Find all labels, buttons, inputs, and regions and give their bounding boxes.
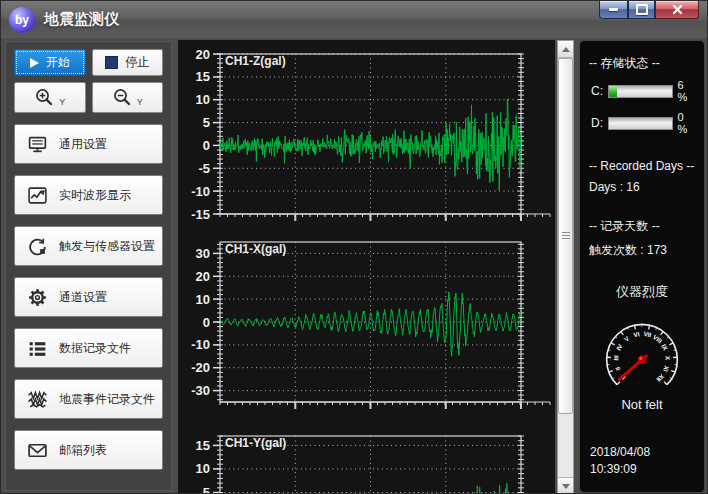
menu-item-label: 通道设置 bbox=[59, 289, 107, 306]
scroll-down-button[interactable] bbox=[558, 477, 573, 494]
svg-text:XI: XI bbox=[662, 365, 671, 373]
list-icon bbox=[26, 337, 48, 359]
datetime: 2018/04/08 10:39:09 bbox=[590, 444, 650, 478]
stop-button[interactable]: 停止 bbox=[92, 49, 164, 76]
svg-text:20: 20 bbox=[196, 47, 210, 62]
menu-item-data-record-files[interactable]: 数据记录文件 bbox=[14, 328, 163, 368]
intensity-gauge: IIIIIIIVVVIVIIVIIIIXXXIXII bbox=[589, 305, 695, 401]
waveform-icon bbox=[26, 184, 48, 206]
svg-text:V: V bbox=[623, 334, 631, 343]
close-icon bbox=[672, 4, 683, 15]
drive-d-label: D: bbox=[591, 116, 603, 130]
menu-item-realtime-waveform[interactable]: 实时波形显示 bbox=[14, 175, 163, 215]
drive-c-label: C: bbox=[591, 84, 603, 98]
menu-item-label: 通用设置 bbox=[59, 136, 107, 153]
drive-d-percent: 0 % bbox=[678, 111, 695, 135]
svg-text:15: 15 bbox=[196, 69, 210, 84]
maximize-icon bbox=[636, 4, 648, 15]
start-button[interactable]: 开始 bbox=[14, 49, 86, 76]
svg-text:X: X bbox=[664, 356, 671, 361]
menu-item-label: 触发与传感器设置 bbox=[59, 238, 155, 255]
svg-text:10: 10 bbox=[196, 92, 210, 107]
seismic-wave-icon bbox=[26, 388, 48, 410]
svg-text:0: 0 bbox=[203, 138, 210, 153]
maximize-button[interactable] bbox=[628, 1, 655, 19]
svg-text:II: II bbox=[614, 366, 622, 372]
trigger-count-value: 触发次数 : 173 bbox=[589, 242, 695, 259]
zoom-in-icon bbox=[34, 87, 55, 108]
menu-item-label: 地震事件记录文件 bbox=[59, 391, 155, 408]
time-value: 10:39:09 bbox=[590, 461, 650, 478]
menu-item-label: 数据记录文件 bbox=[59, 340, 131, 357]
waveform-panel: 20151050-5-10-15CH1-Z(gal) 3020100-10-20… bbox=[178, 40, 555, 494]
zoom-axis-label: Y bbox=[137, 97, 143, 107]
trigger-sensor-icon bbox=[26, 235, 48, 257]
close-button[interactable] bbox=[655, 1, 699, 19]
stop-icon bbox=[105, 56, 118, 69]
menu-item-mailbox-list[interactable]: 邮箱列表 bbox=[14, 430, 163, 470]
svg-text:-10: -10 bbox=[191, 184, 210, 199]
zoom-out-y-button[interactable]: Y bbox=[92, 82, 164, 113]
svg-text:-20: -20 bbox=[191, 360, 210, 375]
stop-button-label: 停止 bbox=[125, 54, 149, 71]
days-value: Days : 16 bbox=[589, 180, 695, 194]
svg-text:IV: IV bbox=[615, 342, 624, 351]
drive-c-percent: 6 % bbox=[678, 79, 695, 103]
arrow-up-icon bbox=[562, 47, 570, 52]
svg-text:VII: VII bbox=[643, 330, 652, 339]
scrollbar-thumb[interactable] bbox=[558, 58, 573, 414]
app-window: by 地震监测仪 开始 停止 bbox=[0, 0, 708, 494]
gauge-title: 仪器烈度 bbox=[589, 283, 695, 301]
menu-item-seismic-event-files[interactable]: 地震事件记录文件 bbox=[14, 379, 163, 419]
svg-text:-5: -5 bbox=[198, 161, 210, 176]
drive-c-usage-fill bbox=[609, 86, 617, 97]
svg-text:-15: -15 bbox=[191, 207, 210, 222]
minimize-icon bbox=[609, 8, 618, 11]
chart-scrollbar[interactable] bbox=[557, 40, 574, 494]
monitor-icon bbox=[26, 133, 48, 155]
svg-text:15: 15 bbox=[196, 438, 210, 453]
svg-text:10: 10 bbox=[196, 461, 210, 476]
svg-text:CH1-Y(gal): CH1-Y(gal) bbox=[225, 436, 286, 450]
title-bar: by 地震监测仪 bbox=[1, 1, 708, 38]
svg-text:30: 30 bbox=[196, 246, 210, 261]
svg-text:CH1-X(gal): CH1-X(gal) bbox=[225, 242, 286, 256]
window-title: 地震监测仪 bbox=[44, 10, 119, 29]
menu-item-trigger-sensor-settings[interactable]: 触发与传感器设置 bbox=[14, 226, 163, 266]
svg-text:-10: -10 bbox=[191, 337, 210, 352]
minimize-button[interactable] bbox=[599, 1, 628, 19]
svg-text:CH1-Z(gal): CH1-Z(gal) bbox=[225, 54, 286, 68]
record-count-header: -- 记录天数 -- bbox=[589, 218, 695, 235]
date-value: 2018/04/08 bbox=[590, 444, 650, 461]
zoom-axis-label: Y bbox=[59, 97, 65, 107]
svg-text:III: III bbox=[612, 355, 619, 361]
menu-item-channel-settings[interactable]: 通道设置 bbox=[14, 277, 163, 317]
start-button-label: 开始 bbox=[46, 54, 70, 71]
app-logo-icon: by bbox=[9, 7, 35, 33]
sidebar: 开始 停止 Y bbox=[5, 41, 172, 491]
menu-item-label: 实时波形显示 bbox=[59, 187, 131, 204]
mail-icon bbox=[26, 439, 48, 461]
menu-item-label: 邮箱列表 bbox=[59, 442, 107, 459]
chart-ch1-z: 20151050-5-10-15CH1-Z(gal) bbox=[178, 44, 555, 230]
arrow-down-icon bbox=[562, 484, 570, 489]
drive-c-usage-bar bbox=[608, 85, 673, 98]
svg-text:IX: IX bbox=[660, 343, 669, 352]
svg-text:5: 5 bbox=[203, 485, 210, 494]
app-logo-text: by bbox=[15, 13, 29, 27]
scroll-up-button[interactable] bbox=[558, 41, 573, 58]
play-icon bbox=[30, 58, 39, 68]
svg-text:10: 10 bbox=[196, 292, 210, 307]
chart-ch1-y: 151050-5-10-15CH1-Y(gal) bbox=[178, 426, 555, 494]
storage-status-header: -- 存储状态 -- bbox=[589, 55, 695, 72]
svg-text:VIII: VIII bbox=[652, 333, 664, 344]
drive-d-row: D: 0 % bbox=[591, 111, 695, 135]
svg-text:0: 0 bbox=[203, 315, 210, 330]
svg-text:VI: VI bbox=[633, 330, 641, 338]
gear-icon bbox=[26, 286, 48, 308]
zoom-out-icon bbox=[112, 87, 133, 108]
menu-item-general-settings[interactable]: 通用设置 bbox=[14, 124, 163, 164]
svg-text:5: 5 bbox=[203, 115, 210, 130]
zoom-in-y-button[interactable]: Y bbox=[14, 82, 86, 113]
scrollbar-grip-icon bbox=[562, 232, 570, 240]
